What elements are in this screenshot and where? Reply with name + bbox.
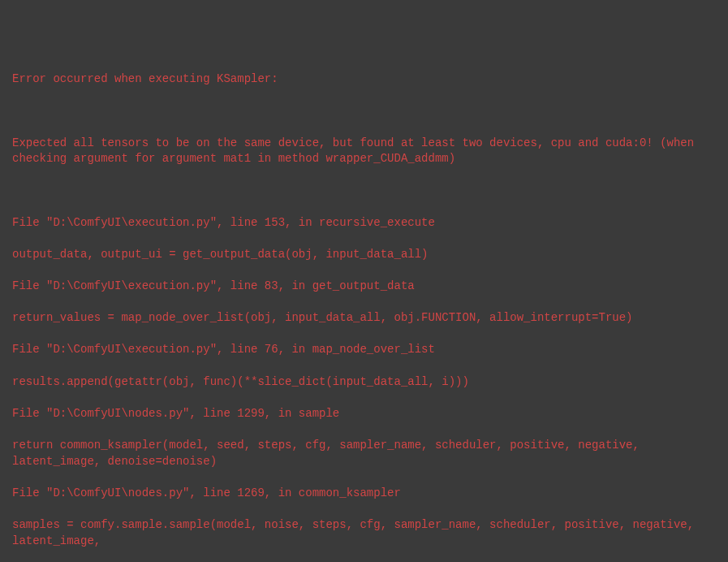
blank-spacer [12, 184, 720, 200]
traceback-line: File "D:\ComfyUI\nodes.py", line 1299, i… [12, 406, 720, 422]
blank-spacer [12, 104, 720, 120]
error-title: Error occurred when executing KSampler: [12, 71, 720, 88]
traceback-line: File "D:\ComfyUI\execution.py", line 76,… [12, 342, 720, 358]
traceback-line: output_data, output_ui = get_output_data… [12, 247, 720, 263]
traceback-line: samples = comfy.sample.sample(model, noi… [12, 517, 720, 549]
traceback-line: File "D:\ComfyUI\nodes.py", line 1269, i… [12, 486, 720, 502]
error-message: Expected all tensors to be on the same d… [12, 136, 720, 167]
traceback-line: return common_ksampler(model, seed, step… [12, 438, 720, 469]
traceback-line: File "D:\ComfyUI\execution.py", line 153… [12, 215, 720, 231]
traceback-line: results.append(getattr(obj, func)(**slic… [12, 374, 720, 391]
traceback-line: return_values = map_node_over_list(obj, … [12, 310, 720, 326]
traceback-line: File "D:\ComfyUI\execution.py", line 83,… [12, 279, 720, 295]
